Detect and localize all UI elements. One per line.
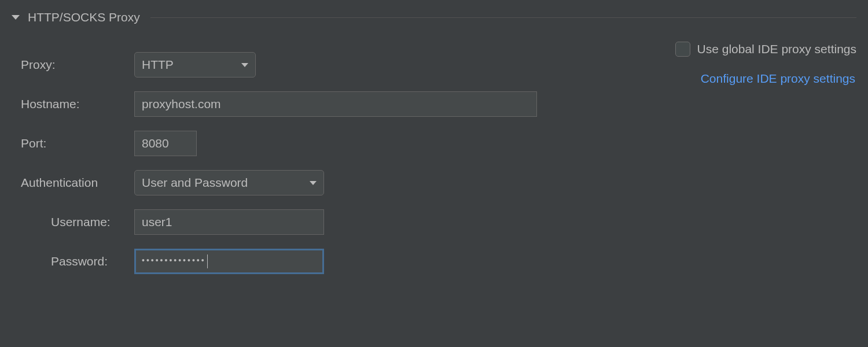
use-global-proxy-checkbox[interactable] bbox=[675, 42, 690, 57]
authentication-select[interactable]: User and Password bbox=[134, 170, 324, 195]
proxy-select[interactable]: HTTP bbox=[134, 52, 256, 77]
chevron-down-icon bbox=[241, 63, 248, 67]
use-global-proxy-label: Use global IDE proxy settings bbox=[697, 42, 856, 56]
hostname-input[interactable] bbox=[134, 91, 537, 117]
configure-ide-proxy-link[interactable]: Configure IDE proxy settings bbox=[701, 72, 855, 85]
proxy-select-value: HTTP bbox=[142, 58, 174, 72]
side-panel: Use global IDE proxy settings Configure … bbox=[608, 42, 856, 86]
text-caret bbox=[207, 254, 208, 268]
hostname-label: Hostname: bbox=[21, 97, 134, 111]
password-input[interactable]: •••••••••••••• bbox=[134, 249, 324, 274]
collapse-triangle-icon bbox=[12, 15, 20, 20]
password-label: Password: bbox=[21, 254, 134, 268]
proxy-label: Proxy: bbox=[21, 58, 134, 72]
port-label: Port: bbox=[21, 136, 134, 150]
authentication-select-value: User and Password bbox=[142, 176, 248, 190]
section-divider bbox=[150, 17, 856, 18]
section-header[interactable]: HTTP/SOCKS Proxy bbox=[0, 0, 868, 29]
section-title: HTTP/SOCKS Proxy bbox=[28, 10, 140, 24]
chevron-down-icon bbox=[310, 181, 317, 185]
username-label: Username: bbox=[21, 215, 134, 229]
password-mask: •••••••••••••• bbox=[142, 256, 206, 265]
username-input[interactable] bbox=[134, 209, 324, 235]
authentication-label: Authentication bbox=[21, 176, 134, 190]
port-input[interactable] bbox=[134, 131, 197, 156]
